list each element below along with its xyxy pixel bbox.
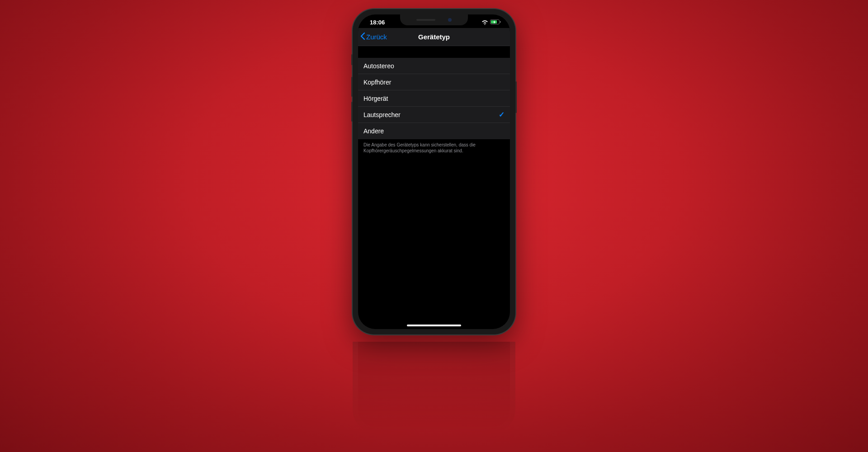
option-kopfhoerer[interactable]: Kopfhörer [358,74,510,90]
option-andere[interactable]: Andere [358,123,510,139]
phone-screen: 18:06 Zurück Gerätetyp [358,14,510,329]
section-footer-text: Die Angabe des Gerätetyps kann sicherste… [358,139,510,156]
wifi-icon [481,20,488,25]
battery-charging-icon [490,19,501,25]
home-indicator[interactable] [407,325,461,326]
back-label: Zurück [366,33,387,41]
option-label: Autostereo [363,62,394,70]
option-label: Andere [363,127,384,135]
phone-frame: 18:06 Zurück Gerätetyp [353,9,515,334]
nav-bar: Zurück Gerätetyp [358,28,510,46]
volume-down-button [351,102,353,122]
front-camera [448,18,452,22]
notch [400,14,468,25]
speaker-grille [416,19,435,21]
volume-up-button [351,77,353,97]
option-label: Hörgerät [363,95,388,102]
power-button [515,81,517,113]
option-label: Kopfhörer [363,79,391,86]
option-lautsprecher[interactable]: Lautsprecher ✓ [358,107,510,123]
device-type-list: Autostereo Kopfhörer Hörgerät Lautsprech… [358,58,510,139]
back-button[interactable]: Zurück [358,32,387,42]
option-autostereo[interactable]: Autostereo [358,58,510,74]
checkmark-icon: ✓ [499,110,505,119]
page-title: Gerätetyp [418,33,450,41]
svg-rect-2 [500,21,501,23]
status-time: 18:06 [367,19,385,26]
silence-switch [351,54,353,65]
option-hoergeraet[interactable]: Hörgerät [358,90,510,107]
section-spacer [358,46,510,58]
option-label: Lautsprecher [363,111,401,118]
chevron-left-icon [360,32,365,42]
reflection [353,342,515,432]
content-area: Autostereo Kopfhörer Hörgerät Lautsprech… [358,46,510,156]
